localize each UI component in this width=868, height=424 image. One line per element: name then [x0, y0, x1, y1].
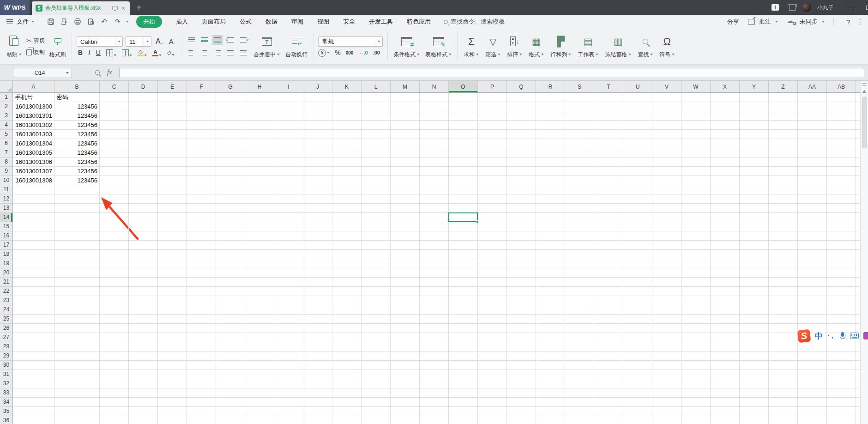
ime-punctuation-icon[interactable]: ·， [827, 332, 835, 340]
maximize-button[interactable] [866, 6, 868, 10]
cell-A8[interactable]: 16013001306 [13, 157, 54, 167]
column-header-D[interactable]: D [129, 81, 158, 92]
document-tab[interactable]: S 会员批量导入模板.xlsx × [32, 1, 130, 15]
column-header-T[interactable]: T [594, 81, 623, 92]
wrap-text-button[interactable]: 自动换行 [283, 34, 310, 60]
window-count-badge[interactable]: 1 [772, 4, 779, 11]
column-header-J[interactable]: J [303, 81, 332, 92]
sync-caret-icon[interactable] [822, 21, 825, 23]
row-header-24[interactable]: 24 [0, 305, 12, 315]
menu-tab-公式[interactable]: 公式 [240, 18, 252, 26]
sogou-logo-icon[interactable]: S [797, 329, 811, 343]
column-header-P[interactable]: P [478, 81, 507, 92]
help-button[interactable]: ? [846, 18, 850, 26]
column-header-S[interactable]: S [565, 81, 594, 92]
column-header-F[interactable]: F [187, 81, 216, 92]
row-header-9[interactable]: 9 [0, 167, 12, 176]
tool-符号-button[interactable]: Ω符号 [656, 34, 678, 60]
row-header-2[interactable]: 2 [0, 102, 12, 111]
column-header-Q[interactable]: Q [507, 81, 536, 92]
distribute-button[interactable]: ↔ [238, 48, 249, 58]
share-button[interactable]: 分享 [727, 18, 739, 26]
cell-B3[interactable]: 123456 [54, 111, 99, 121]
detach-window-icon[interactable] [112, 6, 118, 10]
column-header-V[interactable]: V [652, 81, 681, 92]
increase-indent-button[interactable]: » [238, 35, 249, 45]
cell-B2[interactable]: 123456 [54, 102, 99, 111]
row-header-17[interactable]: 17 [0, 241, 12, 250]
menu-tab-审阅[interactable]: 审阅 [291, 18, 303, 26]
wps-logo[interactable]: W WPS [0, 0, 30, 15]
row-header-12[interactable]: 12 [0, 194, 12, 204]
percent-button[interactable]: % [335, 49, 340, 56]
skin-theme-icon[interactable] [788, 4, 796, 11]
column-header-AA[interactable]: AA [798, 81, 827, 92]
row-header-19[interactable]: 19 [0, 259, 12, 268]
row-header-36[interactable]: 36 [0, 416, 12, 424]
tool-排序-button[interactable]: AZ↓排序 [504, 34, 525, 60]
align-left-button[interactable] [186, 48, 197, 58]
cell-B1[interactable]: 密码 [54, 93, 99, 102]
borders-button[interactable] [105, 49, 118, 56]
ime-chinese-mode-icon[interactable]: 中 [815, 331, 823, 341]
draw-border-button[interactable] [121, 49, 133, 56]
column-header-M[interactable]: M [391, 81, 420, 92]
ime-skin-icon[interactable] [863, 332, 868, 339]
decrease-indent-button[interactable]: « [225, 35, 236, 45]
vertical-scrollbar[interactable] [860, 81, 868, 424]
file-menu-caret-icon[interactable] [31, 21, 34, 23]
menu-tab-安全[interactable]: 安全 [343, 18, 355, 26]
name-box-caret-icon[interactable] [66, 72, 69, 74]
cell-B10[interactable]: 123456 [54, 176, 99, 185]
thousands-button[interactable]: 000 [346, 50, 354, 55]
cell-B6[interactable]: 123456 [54, 139, 99, 148]
tool-求和-button[interactable]: Σ求和 [460, 34, 482, 60]
select-all-corner[interactable] [0, 81, 13, 93]
条件格式-button[interactable]: ≠条件格式 [391, 34, 422, 60]
font-family-select[interactable]: Calibri [77, 36, 123, 47]
row-header-23[interactable]: 23 [0, 296, 12, 305]
column-header-AB[interactable]: AB [827, 81, 856, 92]
row-header-33[interactable]: 33 [0, 388, 12, 398]
column-header-H[interactable]: H [245, 81, 274, 92]
copy-button[interactable]: 复制 [26, 48, 45, 56]
comment-caret-icon[interactable] [775, 21, 778, 23]
row-header-22[interactable]: 22 [0, 287, 12, 296]
tool-冻结窗格-button[interactable]: ▥冻结窗格 [602, 34, 634, 60]
undo-icon[interactable]: ↶ [100, 18, 108, 26]
tool-查找-button[interactable]: 查找 [634, 34, 656, 60]
avatar[interactable] [802, 3, 811, 12]
close-tab-icon[interactable]: × [121, 5, 126, 12]
shrink-font-button[interactable]: A- [168, 38, 176, 45]
number-format-select[interactable]: 常规 [318, 36, 383, 47]
row-header-8[interactable]: 8 [0, 157, 12, 167]
row-header-25[interactable]: 25 [0, 315, 12, 324]
grow-font-button[interactable]: A+ [154, 37, 165, 46]
align-center-button[interactable] [199, 48, 210, 58]
column-header-A[interactable]: A [13, 81, 54, 92]
fx-icon[interactable]: fx [107, 69, 112, 76]
redo-icon[interactable]: ↷ [114, 18, 121, 26]
row-header-31[interactable]: 31 [0, 370, 12, 379]
表格样式-button[interactable]: ✎表格样式 [422, 34, 454, 60]
save-icon[interactable] [47, 18, 54, 26]
column-header-X[interactable]: X [711, 81, 740, 92]
column-header-R[interactable]: R [536, 81, 565, 92]
column-header-B[interactable]: B [54, 81, 100, 92]
decrease-decimal-button[interactable]: .00 [373, 50, 380, 55]
print-preview-icon[interactable] [87, 18, 95, 26]
cell-A1[interactable]: 手机号 [13, 93, 54, 102]
cell-A6[interactable]: 16013001304 [13, 139, 54, 148]
column-header-I[interactable]: I [274, 81, 303, 92]
row-header-28[interactable]: 28 [0, 342, 12, 351]
menu-tab-视图[interactable]: 视图 [317, 18, 329, 26]
cut-button[interactable]: ✂剪切 [26, 37, 45, 45]
column-header-W[interactable]: W [681, 81, 711, 92]
row-header-27[interactable]: 27 [0, 333, 12, 342]
increase-decimal-button[interactable]: ←.0 [358, 50, 368, 55]
row-header-18[interactable]: 18 [0, 250, 12, 259]
format-painter-button[interactable]: 格式刷 [47, 34, 69, 60]
formula-input[interactable] [119, 68, 864, 78]
fill-color-button[interactable]: ◇ [136, 49, 148, 56]
menu-tab-开发工具[interactable]: 开发工具 [369, 18, 393, 26]
